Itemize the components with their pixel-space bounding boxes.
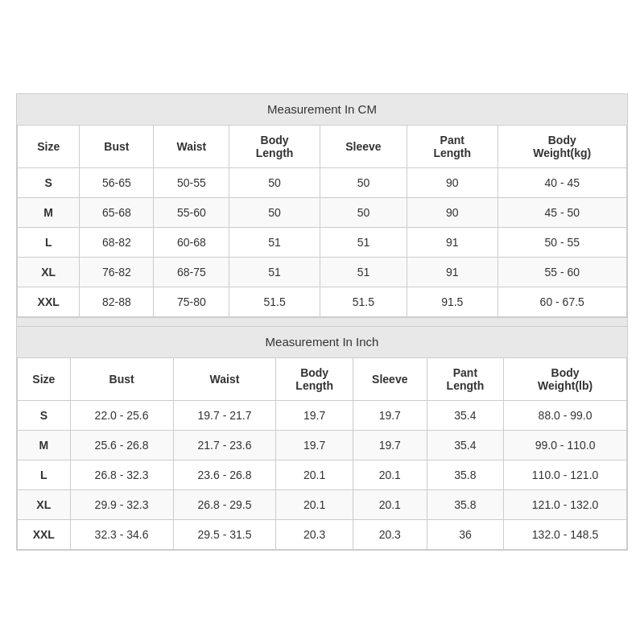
inch-cell-3-3: 20.1 [276,490,353,520]
cm-cell-0-1: 56-65 [80,168,154,198]
cm-header-2: Waist [154,126,229,168]
inch-cell-4-6: 132.0 - 148.5 [504,520,627,550]
inch-cell-4-3: 20.3 [276,520,353,550]
inch-row-0: S22.0 - 25.619.7 - 21.719.719.735.488.0 … [18,401,627,431]
cm-header-3: BodyLength [229,126,320,168]
inch-header-1: Bust [70,358,173,401]
inch-cell-1-0: M [18,431,71,460]
cm-cell-3-2: 68-75 [154,258,229,287]
cm-cell-3-3: 51 [229,258,320,287]
inch-cell-1-2: 21.7 - 23.6 [173,431,276,460]
cm-cell-0-2: 50-55 [154,168,229,198]
cm-cell-4-4: 51.5 [320,287,407,317]
cm-cell-2-1: 68-82 [80,228,154,258]
inch-header-0: Size [18,358,71,401]
inch-row-2: L26.8 - 32.323.6 - 26.820.120.135.8110.0… [18,460,627,490]
cm-cell-4-5: 91.5 [407,287,497,317]
cm-cell-1-3: 50 [229,198,320,228]
cm-header-row: SizeBustWaistBodyLengthSleevePantLengthB… [18,126,627,168]
cm-cell-1-6: 45 - 50 [497,198,627,228]
cm-cell-4-6: 60 - 67.5 [497,287,627,317]
cm-cell-0-0: S [18,168,80,198]
size-chart-container: Measurement In CM SizeBustWaistBodyLengt… [16,93,628,551]
inch-table: SizeBustWaistBodyLengthSleevePantLengthB… [17,357,627,550]
cm-section: Measurement In CM SizeBustWaistBodyLengt… [17,94,627,317]
cm-cell-1-2: 55-60 [154,198,229,228]
cm-header-6: BodyWeight(kg) [497,126,627,168]
inch-cell-1-6: 99.0 - 110.0 [504,431,627,460]
inch-cell-0-2: 19.7 - 21.7 [173,401,276,431]
inch-header-5: PantLength [427,358,503,401]
cm-cell-0-5: 90 [407,168,497,198]
cm-cell-3-0: XL [18,258,80,287]
inch-row-1: M25.6 - 26.821.7 - 23.619.719.735.499.0 … [18,431,627,460]
inch-cell-2-0: L [18,460,71,490]
cm-cell-1-0: M [18,198,80,228]
inch-cell-4-2: 29.5 - 31.5 [173,520,276,550]
inch-cell-3-6: 121.0 - 132.0 [504,490,627,520]
inch-cell-3-5: 35.8 [427,490,503,520]
cm-cell-2-0: L [18,228,80,258]
cm-cell-4-0: XXL [18,287,80,317]
inch-header-4: Sleeve [353,358,427,401]
inch-cell-0-1: 22.0 - 25.6 [70,401,173,431]
inch-cell-3-1: 29.9 - 32.3 [70,490,173,520]
cm-header-5: PantLength [407,126,497,168]
cm-cell-2-4: 51 [320,228,407,258]
cm-cell-0-6: 40 - 45 [497,168,627,198]
cm-cell-1-1: 65-68 [80,198,154,228]
inch-cell-1-3: 19.7 [276,431,353,460]
cm-header-0: Size [18,126,80,168]
section-divider [17,317,627,327]
cm-section-title-row: Measurement In CM [17,94,627,125]
cm-cell-2-5: 91 [407,228,497,258]
inch-cell-1-1: 25.6 - 26.8 [70,431,173,460]
cm-cell-0-3: 50 [229,168,320,198]
inch-cell-2-2: 23.6 - 26.8 [173,460,276,490]
inch-cell-3-2: 26.8 - 29.5 [173,490,276,520]
cm-row-3: XL76-8268-7551519155 - 60 [18,258,627,287]
cm-cell-4-1: 82-88 [80,287,154,317]
inch-row-3: XL29.9 - 32.326.8 - 29.520.120.135.8121.… [18,490,627,520]
cm-cell-2-3: 51 [229,228,320,258]
inch-cell-0-0: S [18,401,71,431]
inch-cell-3-4: 20.1 [353,490,427,520]
cm-cell-2-2: 60-68 [154,228,229,258]
inch-cell-2-6: 110.0 - 121.0 [504,460,627,490]
inch-cell-1-5: 35.4 [427,431,503,460]
inch-cell-2-5: 35.8 [427,460,503,490]
inch-header-3: BodyLength [276,358,353,401]
cm-row-0: S56-6550-5550509040 - 45 [18,168,627,198]
cm-cell-1-5: 90 [407,198,497,228]
cm-table: SizeBustWaistBodyLengthSleevePantLengthB… [17,125,627,317]
inch-header-2: Waist [173,358,276,401]
cm-cell-2-6: 50 - 55 [497,228,627,258]
inch-cell-0-4: 19.7 [353,401,427,431]
cm-row-2: L68-8260-6851519150 - 55 [18,228,627,258]
inch-cell-3-0: XL [18,490,71,520]
inch-cell-2-3: 20.1 [276,460,353,490]
inch-section: Measurement In Inch SizeBustWaistBodyLen… [17,327,627,550]
inch-row-4: XXL32.3 - 34.629.5 - 31.520.320.336132.0… [18,520,627,550]
inch-cell-4-4: 20.3 [353,520,427,550]
inch-section-title: Measurement In Inch [266,335,379,349]
cm-cell-3-6: 55 - 60 [497,258,627,287]
cm-header-4: Sleeve [320,126,407,168]
cm-row-4: XXL82-8875-8051.551.591.560 - 67.5 [18,287,627,317]
inch-cell-0-5: 35.4 [427,401,503,431]
cm-row-1: M65-6855-6050509045 - 50 [18,198,627,228]
inch-section-title-row: Measurement In Inch [17,327,627,357]
cm-header-1: Bust [80,126,154,168]
inch-cell-2-4: 20.1 [353,460,427,490]
cm-cell-4-2: 75-80 [154,287,229,317]
cm-cell-1-4: 50 [320,198,407,228]
cm-cell-3-5: 91 [407,258,497,287]
inch-cell-4-0: XXL [18,520,71,550]
inch-header-row: SizeBustWaistBodyLengthSleevePantLengthB… [18,358,627,401]
inch-cell-4-1: 32.3 - 34.6 [70,520,173,550]
inch-cell-4-5: 36 [427,520,503,550]
inch-cell-0-6: 88.0 - 99.0 [504,401,627,431]
cm-cell-3-4: 51 [320,258,407,287]
cm-section-title: Measurement In CM [267,102,377,116]
inch-cell-0-3: 19.7 [276,401,353,431]
